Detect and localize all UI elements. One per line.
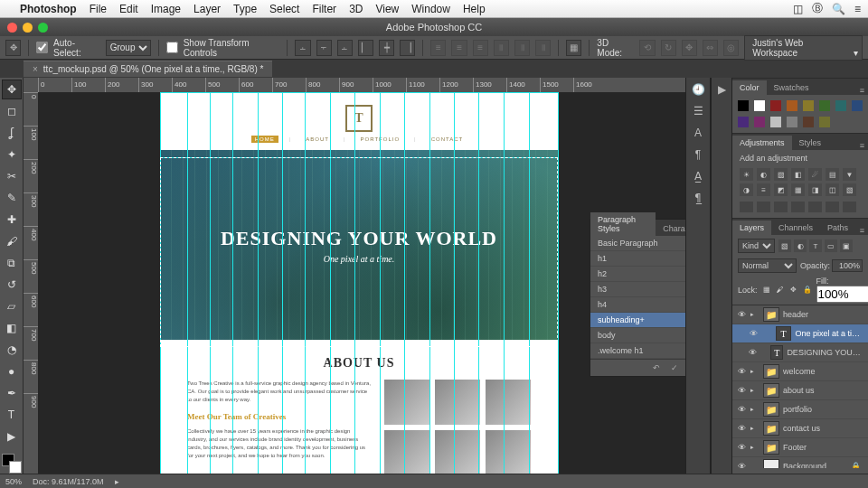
- menu-file[interactable]: File: [90, 3, 107, 15]
- menu-window[interactable]: Window: [411, 3, 450, 15]
- paragraph-style-item[interactable]: .welcome h1: [590, 343, 685, 359]
- filter-pixel-icon[interactable]: ▧: [778, 239, 791, 252]
- tab-layers[interactable]: Layers: [732, 221, 771, 235]
- doc-size[interactable]: Doc: 9.61M/117.0M: [33, 477, 104, 486]
- magic-wand-tool[interactable]: ✦: [2, 145, 22, 164]
- visibility-icon[interactable]: 👁: [736, 424, 747, 433]
- eraser-tool[interactable]: ▱: [2, 296, 22, 316]
- opacity-input[interactable]: [832, 259, 863, 272]
- layer-name[interactable]: portfolio: [783, 405, 812, 414]
- search-icon[interactable]: 🔍: [832, 3, 845, 15]
- lock-all-icon[interactable]: 🔒: [802, 285, 813, 296]
- brush-tool[interactable]: 🖌: [2, 231, 22, 251]
- tab-color[interactable]: Color: [732, 80, 767, 95]
- ruler-origin[interactable]: [24, 78, 38, 92]
- layer-name[interactable]: header: [783, 310, 808, 319]
- blur-tool[interactable]: ◔: [2, 340, 22, 360]
- layer-row[interactable]: 👁▸📁Footer: [732, 438, 868, 457]
- auto-align-icon[interactable]: ▦: [566, 40, 581, 56]
- menu-layer[interactable]: Layer: [193, 3, 221, 15]
- layer-row[interactable]: 👁▸📁contact us: [732, 419, 868, 438]
- tab-styles[interactable]: Styles: [792, 136, 829, 150]
- tab-swatches[interactable]: Swatches: [767, 80, 816, 95]
- layer-name[interactable]: welcome: [783, 367, 816, 376]
- cc-icon[interactable]: ◫: [793, 3, 803, 15]
- dodge-tool[interactable]: ●: [2, 361, 22, 381]
- menu-extras-icon[interactable]: ≡: [854, 3, 861, 15]
- swatch[interactable]: [770, 117, 781, 127]
- visibility-icon[interactable]: 👁: [736, 462, 747, 468]
- color-panel-menu-icon[interactable]: ≡: [856, 84, 868, 95]
- menu-help[interactable]: Help: [463, 3, 486, 15]
- history-panel-icon[interactable]: 🕘: [692, 83, 705, 96]
- filter-smart-icon[interactable]: ▣: [840, 239, 853, 252]
- layer-name[interactable]: One pixel at a time.: [795, 329, 864, 338]
- auto-select-checkbox[interactable]: [36, 42, 48, 53]
- filter-shape-icon[interactable]: ▭: [825, 239, 837, 252]
- disclosure-icon[interactable]: ▸: [750, 368, 760, 375]
- document-tab[interactable]: × ttc_mockup.psd @ 50% (One pixel at a t…: [24, 61, 272, 77]
- tab-adjustments[interactable]: Adjustments: [732, 136, 792, 150]
- disclosure-icon[interactable]: ▸: [750, 425, 760, 432]
- swatch[interactable]: [787, 117, 797, 127]
- visibility-icon[interactable]: 👁: [749, 348, 757, 357]
- swatch[interactable]: [754, 100, 765, 111]
- close-tab-icon[interactable]: ×: [33, 64, 38, 74]
- adjustment-presets[interactable]: [732, 200, 868, 218]
- swatch[interactable]: [852, 100, 863, 111]
- paragraph-styles-panel[interactable]: Paragraph Styles Character »≡ Basic Para…: [590, 219, 685, 377]
- lock-pixels-icon[interactable]: 🖌: [775, 285, 786, 296]
- visibility-icon[interactable]: 👁: [736, 405, 747, 414]
- layer-filter-kind[interactable]: Kind: [738, 239, 775, 253]
- disclosure-icon[interactable]: ▸: [750, 311, 760, 318]
- char-styles-panel-icon[interactable]: A̲: [694, 170, 702, 183]
- pen-tool[interactable]: ✒: [2, 383, 22, 403]
- menu-type[interactable]: Type: [233, 3, 257, 15]
- paragraph-style-item[interactable]: h4: [590, 297, 685, 313]
- ruler-horizontal[interactable]: 0100200300400500600700800900100011001200…: [38, 78, 685, 92]
- menu-edit[interactable]: Edit: [119, 3, 138, 15]
- workspace-dropdown[interactable]: Justin's Web Workspace: [744, 35, 863, 61]
- visibility-icon[interactable]: 👁: [736, 386, 747, 395]
- swatch[interactable]: [819, 117, 830, 127]
- redefine-style-icon[interactable]: ✓: [668, 362, 681, 373]
- history-brush-tool[interactable]: ↺: [2, 275, 22, 295]
- layer-row[interactable]: 👁▸📁portfolio: [732, 400, 868, 419]
- layer-row[interactable]: 👁TOne pixel at a time.: [732, 324, 868, 343]
- behance-icon[interactable]: Ⓑ: [812, 1, 823, 16]
- show-transform-checkbox[interactable]: [166, 42, 178, 53]
- healing-brush-tool[interactable]: ✚: [2, 210, 22, 230]
- align-vcenter-icon[interactable]: ⫟: [316, 40, 332, 56]
- layer-name[interactable]: Background: [783, 462, 826, 468]
- visibility-icon[interactable]: 👁: [736, 443, 747, 452]
- clear-override-icon[interactable]: ↶: [650, 362, 663, 373]
- swatch[interactable]: [754, 117, 765, 127]
- adjustments-menu-icon[interactable]: ≡: [856, 139, 868, 150]
- align-right-icon[interactable]: ▕: [400, 40, 415, 56]
- ruler-vertical[interactable]: 0100200300400500600700800900: [24, 92, 38, 474]
- align-left-icon[interactable]: ▏: [358, 40, 373, 56]
- layer-row[interactable]: 👁TDESIGNING YOUR WORLD: [732, 343, 868, 362]
- paragraph-style-item[interactable]: body: [590, 328, 685, 343]
- menu-image[interactable]: Image: [151, 3, 181, 15]
- lock-transparent-icon[interactable]: ▦: [761, 285, 772, 296]
- swatch[interactable]: [819, 100, 830, 111]
- properties-panel-icon[interactable]: ☰: [693, 105, 703, 117]
- minimize-window-icon[interactable]: [23, 23, 33, 33]
- menu-3d[interactable]: 3D: [349, 3, 363, 15]
- status-chevron-icon[interactable]: ▸: [115, 477, 119, 486]
- color-swatch[interactable]: [2, 454, 22, 474]
- swatch[interactable]: [738, 100, 749, 111]
- crop-tool[interactable]: ✂: [2, 166, 22, 186]
- layer-name[interactable]: contact us: [783, 424, 820, 433]
- align-hcenter-icon[interactable]: ┿: [379, 40, 394, 56]
- tab-paths[interactable]: Paths: [820, 221, 855, 235]
- layer-row[interactable]: 👁▸📁header: [732, 305, 868, 324]
- paragraph-style-item[interactable]: h3: [590, 282, 685, 297]
- lock-position-icon[interactable]: ✥: [788, 285, 799, 296]
- layer-name[interactable]: DESIGNING YOUR WORLD: [787, 348, 864, 357]
- swatch[interactable]: [835, 100, 846, 111]
- layer-row[interactable]: 👁▸📁welcome: [732, 362, 868, 381]
- disclosure-icon[interactable]: ▸: [750, 387, 760, 394]
- mini-bridge-icon[interactable]: ▶: [718, 83, 726, 96]
